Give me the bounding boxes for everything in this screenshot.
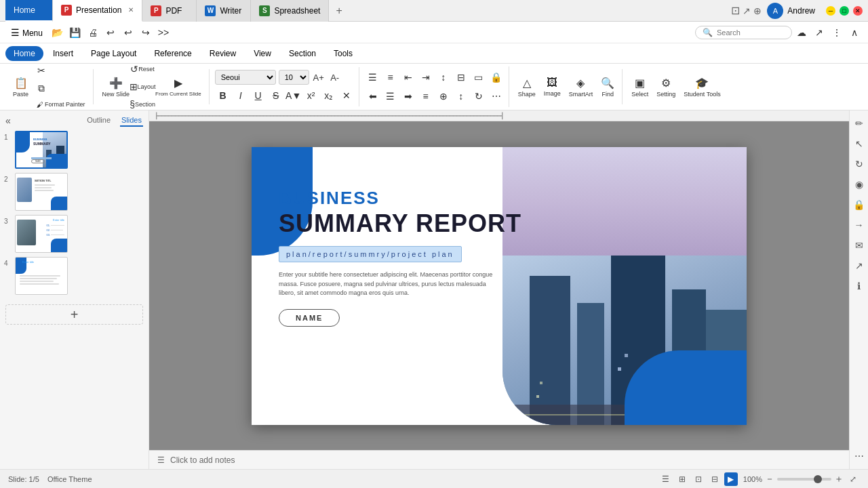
find-replace-button[interactable]: 🔍 Find	[597, 75, 618, 100]
add-tab-button[interactable]: +	[329, 5, 349, 17]
more-options-icon[interactable]: ⋮	[829, 24, 845, 41]
slide-thumb-img-4[interactable]: Enter title	[15, 257, 68, 295]
font-size-select[interactable]: 10	[279, 70, 309, 85]
toolbar-icon-print[interactable]: 🖨	[85, 24, 101, 41]
search-input[interactable]	[717, 28, 785, 37]
toolbar-icon-redo[interactable]: ↪	[138, 24, 154, 41]
spreadsheet-tab[interactable]: S Spreadsheet	[251, 0, 329, 22]
select-button[interactable]: ▣ Select	[628, 75, 652, 100]
window-page-icon[interactable]: ⊡	[731, 4, 740, 17]
indent-more-button[interactable]: ⇥	[418, 69, 434, 85]
add-slide-button[interactable]: +	[5, 304, 143, 325]
slide-thumbnail-3[interactable]: 3 Enter title 01. 02. 03.	[0, 215, 149, 253]
font-name-select[interactable]: Seoui	[215, 70, 276, 85]
arrow-right-tool-button[interactable]: →	[852, 218, 867, 232]
slide-canvas[interactable]: BUSINESS SUMMARY REPORT plan/report/summ…	[252, 147, 747, 425]
format-painter-button[interactable]: 🖌 Format Painter	[33, 98, 89, 111]
slide-thumb-img-2[interactable]: SETION TITL	[15, 173, 68, 211]
distribute-button[interactable]: ⊕	[435, 88, 452, 104]
text-box-button[interactable]: ▭	[471, 69, 487, 85]
toolbar-more-icon[interactable]: >>	[155, 24, 172, 41]
slide-thumbnail-1[interactable]: 1 BUSINESS SUMMARY NAME	[0, 131, 149, 169]
share-icon[interactable]: ↗	[743, 5, 751, 16]
search-bar[interactable]: 🔍	[695, 26, 792, 39]
setting-button[interactable]: ⚙ Setting	[653, 75, 679, 100]
smart-art-button[interactable]: ◈ SmartArt	[566, 75, 597, 100]
bold-button[interactable]: B	[215, 87, 231, 104]
info-tool-button[interactable]: ℹ	[852, 279, 867, 293]
strikethrough-button[interactable]: S	[268, 87, 284, 104]
toolbar-icon-open[interactable]: 📂	[50, 24, 66, 41]
presentation-tab-close[interactable]: ✕	[128, 6, 134, 14]
close-button[interactable]: ✕	[853, 6, 863, 16]
view-list-button[interactable]: ☰	[659, 472, 673, 486]
view-grid-button[interactable]: ⊡	[692, 472, 705, 486]
layout-button[interactable]: ⊞ Layout	[134, 79, 151, 95]
mail-tool-button[interactable]: ✉	[852, 238, 867, 253]
link-tool-button[interactable]: ↗	[852, 258, 867, 273]
reset-button[interactable]: ↺ Reset	[134, 61, 151, 77]
clear-format-button[interactable]: ✕	[338, 87, 355, 104]
minimize-button[interactable]: ─	[826, 6, 835, 16]
cloud-icon[interactable]: ☁	[793, 24, 810, 41]
view-present-button[interactable]: ▶	[724, 472, 738, 486]
paste-button[interactable]: 📋 Paste	[9, 75, 32, 100]
font-size-increase[interactable]: A+	[312, 70, 326, 84]
eye-tool-button[interactable]: ◉	[852, 177, 867, 192]
hamburger-menu[interactable]: ☰ Menu	[5, 24, 48, 41]
subscript-button[interactable]: x₂	[321, 87, 337, 104]
tab-reference[interactable]: Reference	[146, 46, 199, 61]
lock-tool-button[interactable]: 🔒	[852, 197, 867, 212]
writer-tab[interactable]: W Writer	[197, 0, 251, 22]
image-button[interactable]: 🖼 Image	[540, 75, 564, 99]
numbered-list-button[interactable]: ≡	[382, 69, 399, 85]
copy-button[interactable]: ⧉	[33, 80, 50, 96]
view-normal-button[interactable]: ⊞	[675, 472, 689, 486]
zoom-slider[interactable]	[777, 478, 831, 481]
slide-name-button[interactable]: NAME	[279, 309, 340, 327]
toolbar-icon-save[interactable]: 💾	[67, 24, 83, 41]
more-tool-button[interactable]: ⋯	[852, 449, 867, 464]
underline-button[interactable]: U	[250, 87, 267, 104]
slide-thumb-img-1[interactable]: BUSINESS SUMMARY NAME	[15, 131, 68, 169]
slide-thumbnail-2[interactable]: 2 SETION TITL	[0, 173, 149, 211]
collapse-panel-button[interactable]: «	[5, 115, 11, 126]
notes-placeholder[interactable]: Click to add notes	[170, 455, 235, 465]
italic-button[interactable]: I	[233, 87, 249, 104]
text-direction-button[interactable]: ↕	[453, 88, 469, 104]
slide-thumbnail-4[interactable]: 4 Enter title	[0, 257, 149, 295]
tab-section[interactable]: Section	[281, 46, 324, 61]
tab-tools[interactable]: Tools	[326, 46, 361, 61]
draw-tool-button[interactable]: ✏	[852, 116, 867, 131]
presentation-tab[interactable]: P Presentation ✕	[53, 0, 142, 22]
student-tools-button[interactable]: 🎓 Student Tools	[680, 75, 724, 100]
zoom-in-button[interactable]: ＋	[834, 473, 844, 485]
font-size-decrease[interactable]: A-	[328, 70, 342, 84]
columns-button[interactable]: ⊟	[453, 69, 469, 85]
toolbar-icon-undo[interactable]: ↩	[120, 24, 136, 41]
cut-button[interactable]: ✂	[33, 62, 50, 79]
tab-view[interactable]: View	[245, 46, 279, 61]
rotate-tool-button[interactable]: ↻	[852, 157, 867, 171]
font-color-button[interactable]: A▼	[285, 87, 302, 104]
more-icon[interactable]: ⊕	[753, 5, 762, 16]
pdf-tab[interactable]: P PDF	[142, 0, 197, 22]
shapes-button[interactable]: △ Shape	[515, 75, 539, 100]
tab-home[interactable]: Home	[5, 46, 43, 61]
slide-thumb-img-3[interactable]: Enter title 01. 02. 03.	[15, 215, 68, 253]
collapse-ribbon-icon[interactable]: ∧	[846, 24, 863, 41]
new-slide-button[interactable]: ➕ New Slide	[99, 75, 134, 100]
align-left-button[interactable]: ⬅	[365, 88, 381, 104]
view-slideshow-button[interactable]: ⊟	[708, 472, 722, 486]
home-tab[interactable]: Home	[5, 0, 53, 22]
superscript-button[interactable]: x²	[303, 87, 319, 104]
fit-page-button[interactable]: ⤢	[846, 472, 860, 486]
select-tool-button[interactable]: ↖	[852, 136, 867, 151]
tab-review[interactable]: Review	[201, 46, 244, 61]
tab-insert[interactable]: Insert	[45, 46, 81, 61]
align-center-button[interactable]: ☰	[382, 88, 399, 104]
share-btn[interactable]: ↗	[811, 24, 827, 41]
toolbar-icon-undo-history[interactable]: ↩	[102, 24, 119, 41]
align-right-button[interactable]: ➡	[400, 88, 416, 104]
text-rotate-button[interactable]: ↻	[471, 88, 487, 104]
